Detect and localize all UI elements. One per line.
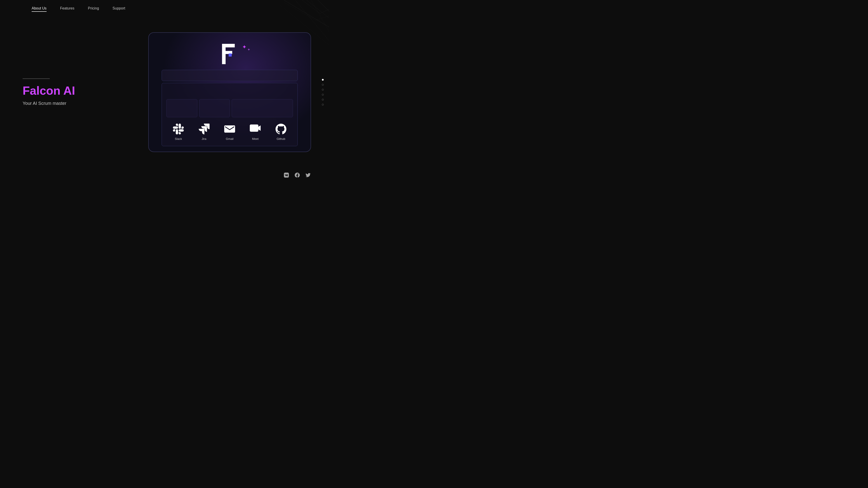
vk-social-icon[interactable] [284,173,289,178]
nav-support[interactable]: Support [113,6,125,12]
integration-icons-row: Slack Jira [166,123,293,140]
meet-icon [249,123,261,135]
tablet-mockup: ✦ ✦ [148,32,311,152]
integration-gmail: Gmail [223,123,236,140]
jira-icon [198,123,211,135]
integration-box-1 [166,99,197,117]
tablet-top-panel [162,70,298,81]
github-label: Github [277,137,285,140]
tablet-logo-area: ✦ ✦ [154,40,305,68]
github-icon [275,123,287,135]
dot-1[interactable] [322,79,324,80]
integration-boxes [166,99,293,117]
integration-box-2 [199,99,230,117]
social-bar [284,173,311,178]
integration-slack: Slack [172,123,185,140]
slack-icon [172,123,185,135]
nav-pricing[interactable]: Pricing [88,6,99,12]
meet-label: Meet [252,137,258,140]
integration-panel: Slack Jira [162,83,298,146]
dot-4[interactable] [322,94,324,96]
falcon-logo: ✦ ✦ [222,44,238,64]
integration-box-3 [232,99,293,117]
dot-5[interactable] [322,99,324,101]
integration-github: Github [275,123,287,140]
facebook-social-icon[interactable] [295,173,300,178]
sparkle-small: ✦ [247,47,250,52]
dot-3[interactable] [322,89,324,91]
tablet-content: ✦ ✦ [154,38,305,146]
brand-subtitle: Your AI Scrum master [23,101,75,106]
hero-divider [23,78,50,79]
falcon-logo-svg [222,44,238,64]
nav-about-us[interactable]: About Us [32,6,46,12]
gmail-icon [223,123,236,135]
sparkle-large: ✦ [242,44,247,50]
brand-title: Falcon AI [23,84,75,97]
svg-rect-7 [225,44,235,47]
twitter-social-icon[interactable] [306,173,311,178]
integration-meet: Meet [249,123,261,140]
slack-label: Slack [175,137,182,140]
dot-2[interactable] [322,84,324,86]
navigation: About Us Features Pricing Support [0,0,329,18]
tablet-frame: ✦ ✦ [148,32,311,152]
nav-features[interactable]: Features [60,6,74,12]
integration-jira: Jira [198,123,211,140]
gmail-label: Gmail [226,137,234,140]
dots-navigation [322,79,324,105]
hero-content: Falcon AI Your AI Scrum master [23,78,75,106]
svg-rect-9 [229,54,232,57]
svg-rect-6 [222,44,225,64]
dot-6[interactable] [322,104,324,105]
jira-label: Jira [202,137,206,140]
